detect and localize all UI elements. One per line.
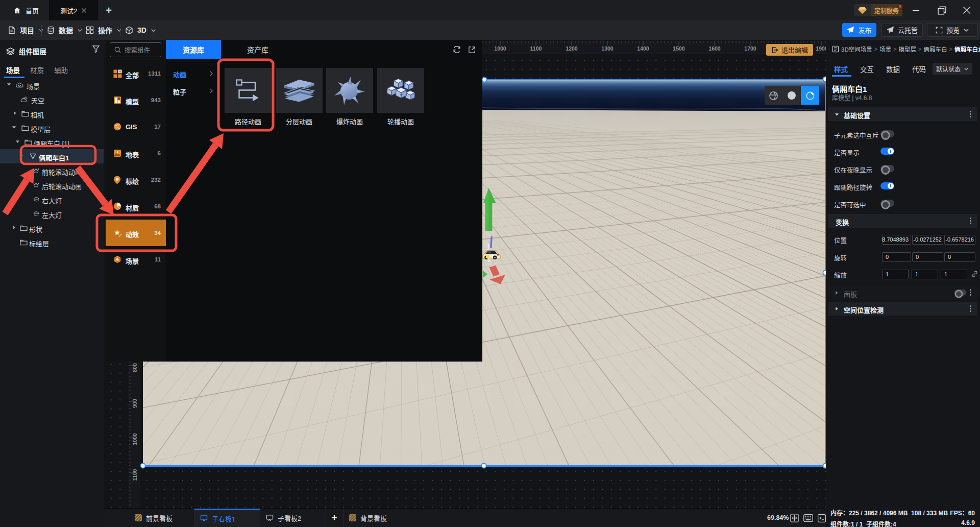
svg-text:1900: 1900 [816, 45, 826, 52]
svg-text:1300: 1300 [601, 45, 614, 52]
svg-text:1000: 1000 [494, 45, 506, 52]
svg-text:1600: 1600 [708, 45, 721, 52]
svg-text:1700: 1700 [744, 45, 756, 52]
svg-text:1400: 1400 [637, 45, 649, 52]
svg-text:1100: 1100 [530, 45, 542, 52]
svg-text:900: 900 [132, 399, 138, 408]
svg-text:1200: 1200 [566, 45, 578, 52]
svg-text:1500: 1500 [673, 45, 685, 52]
svg-text:1100: 1100 [132, 469, 138, 481]
svg-text:1000: 1000 [132, 433, 138, 445]
svg-text:800: 800 [132, 363, 138, 372]
